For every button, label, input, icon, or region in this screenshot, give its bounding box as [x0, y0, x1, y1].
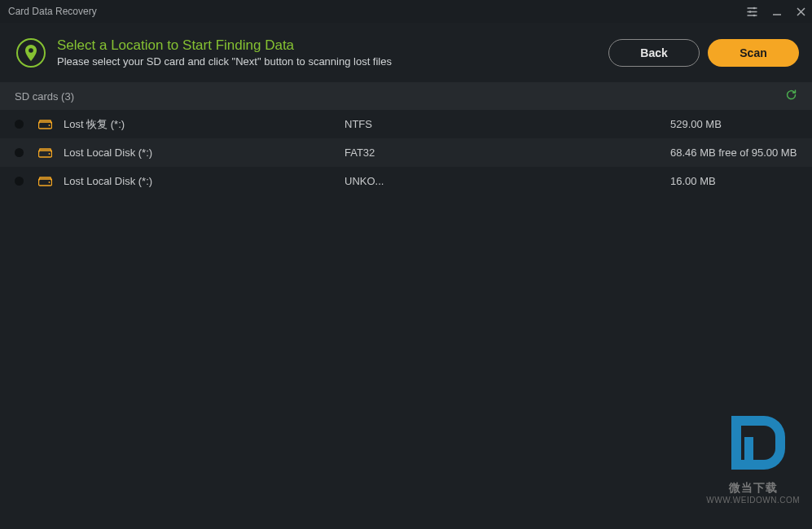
- back-button[interactable]: Back: [608, 39, 700, 67]
- svg-point-0: [753, 7, 756, 9]
- radio-icon[interactable]: [15, 177, 24, 186]
- table-row[interactable]: Lost Local Disk (*:) UNKO... 16.00 MB: [0, 167, 812, 195]
- radio-icon[interactable]: [15, 120, 24, 129]
- svg-point-10: [49, 181, 50, 183]
- svg-rect-11: [744, 437, 753, 470]
- svg-point-1: [749, 11, 752, 13]
- disk-icon: [38, 177, 52, 186]
- disk-filesystem: NTFS: [345, 118, 670, 130]
- table-row[interactable]: Lost 恢复 (*:) NTFS 529.00 MB: [0, 110, 812, 138]
- header-left: Select a Location to Start Finding Data …: [16, 37, 392, 68]
- titlebar-controls: [747, 7, 805, 17]
- header-text: Select a Location to Start Finding Data …: [57, 37, 392, 68]
- close-icon[interactable]: [797, 7, 805, 16]
- section-label: SD cards (3): [15, 90, 74, 103]
- disk-name: Lost Local Disk (*:): [64, 146, 345, 159]
- svg-point-2: [753, 14, 756, 16]
- location-pin-icon: [16, 38, 46, 68]
- titlebar-title: Card Data Recovery: [7, 6, 97, 17]
- svg-point-8: [49, 153, 50, 155]
- watermark-url: WWW.WEIDOWN.COM: [706, 496, 800, 505]
- refresh-icon[interactable]: [785, 89, 797, 103]
- header-subtitle: Please select your SD card and click "Ne…: [57, 55, 392, 68]
- disk-name: Lost 恢复 (*:): [64, 117, 345, 132]
- disk-filesystem: FAT32: [345, 146, 670, 159]
- disk-size: 68.46 MB free of 95.00 MB: [670, 146, 797, 159]
- minimize-icon[interactable]: [772, 7, 782, 16]
- watermark: 微当下载 WWW.WEIDOWN.COM: [706, 406, 800, 505]
- header: Select a Location to Start Finding Data …: [0, 23, 812, 82]
- disk-size: 529.00 MB: [670, 118, 797, 130]
- watermark-text: 微当下载: [706, 481, 800, 496]
- disk-size: 16.00 MB: [670, 175, 797, 187]
- titlebar: Card Data Recovery: [0, 0, 812, 23]
- disk-icon: [38, 120, 52, 129]
- header-buttons: Back Scan: [608, 39, 799, 67]
- disk-filesystem: UNKO...: [345, 175, 670, 187]
- svg-point-6: [49, 125, 50, 126]
- radio-icon[interactable]: [15, 148, 24, 157]
- menu-icon[interactable]: [747, 7, 757, 17]
- disk-icon: [38, 148, 52, 158]
- watermark-logo-icon: [706, 406, 800, 479]
- disk-name: Lost Local Disk (*:): [64, 175, 345, 187]
- scan-button[interactable]: Scan: [708, 39, 799, 67]
- svg-point-4: [29, 48, 33, 53]
- section-header: SD cards (3): [0, 82, 812, 110]
- table-row[interactable]: Lost Local Disk (*:) FAT32 68.46 MB free…: [0, 138, 812, 167]
- header-title: Select a Location to Start Finding Data: [57, 37, 392, 54]
